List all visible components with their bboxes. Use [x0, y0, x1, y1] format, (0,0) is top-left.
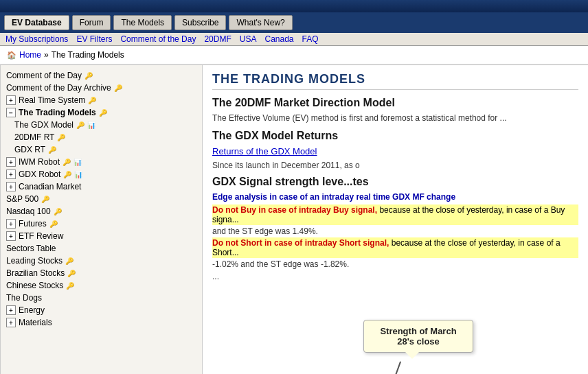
chart-icon: 📊 [74, 171, 82, 178]
sub-faq[interactable]: FAQ [302, 34, 319, 44]
sub-ev-filters[interactable]: EV Filters [76, 34, 112, 44]
breadcrumb-home[interactable]: Home [19, 50, 41, 60]
nav-ev-database[interactable]: EV Database [4, 15, 69, 30]
sidebar-item-comment-archive[interactable]: Comment of the Day Archive 🔑 [1, 82, 202, 94]
lock-icon: 🔑 [41, 196, 49, 203]
sidebar-label: GDX Robot [19, 170, 60, 179]
main-layout: Comment of the Day 🔑 Comment of the Day … [0, 65, 588, 374]
sidebar-item-sp500[interactable]: S&P 500 🔑 [1, 193, 202, 205]
sub-comment-of-day[interactable]: Comment of the Day [120, 34, 196, 44]
sidebar-item-chinese[interactable]: Chinese Stocks 🔑 [1, 279, 202, 292]
sidebar-item-brazilian[interactable]: Brazilian Stocks 🔑 [1, 267, 202, 279]
signal-title: GDX Signal strength leve...tes [212, 176, 578, 188]
line2-text: Do not Short in case of intraday Short s… [212, 238, 389, 248]
sidebar-label: Canadian Market [19, 182, 81, 191]
sidebar-item-trading-models[interactable]: − The Trading Models 🔑 [1, 106, 202, 119]
dots: ... [212, 272, 578, 281]
sub-20dmf[interactable]: 20DMF [204, 34, 231, 44]
nav-whats-new[interactable]: What's New? [229, 15, 292, 30]
sidebar-label: 20DMF RT [14, 132, 54, 142]
line2-highlight: Do not Short in case of intraday Short s… [212, 237, 578, 258]
lock-icon: 🔑 [54, 208, 62, 215]
sidebar-label: Comment of the Day [6, 71, 82, 80]
sidebar-item-realtime[interactable]: + Real Time System 🔑 [1, 94, 202, 106]
sidebar-label: The GDX Model [14, 120, 74, 130]
sidebar-item-20dmf-rt[interactable]: 20DMF RT 🔑 [1, 131, 202, 143]
sidebar-label: IWM Robot [19, 157, 60, 167]
sidebar-item-materials[interactable]: + Materials [1, 316, 202, 329]
home-icon: 🏠 [7, 51, 16, 60]
expand-icon[interactable]: + [6, 305, 16, 315]
breadcrumb-current: The Trading Models [52, 50, 124, 60]
sidebar-item-sectors[interactable]: Sectors Table [1, 242, 202, 255]
sidebar-label: Comment of the Day Archive [6, 83, 111, 93]
expand-icon[interactable]: + [6, 318, 16, 327]
lock-icon: 🔑 [63, 159, 71, 166]
lock-icon: 🔑 [63, 171, 71, 178]
sidebar-item-gdx-rt[interactable]: GDX RT 🔑 [1, 143, 202, 156]
lock-icon: 🔑 [88, 97, 96, 104]
nav-subscribe[interactable]: Subscribe [174, 15, 226, 30]
lock-icon: 🔑 [76, 121, 84, 129]
callout: Strength of March 28's close [363, 320, 473, 353]
lock-icon: 🔑 [57, 134, 65, 141]
chart-icon: 📊 [87, 121, 95, 129]
sidebar-item-comment-day[interactable]: Comment of the Day 🔑 [1, 69, 202, 82]
line1-text: Do not Buy in case of intraday Buy signa… [212, 205, 377, 215]
lock-icon: 🔑 [65, 257, 74, 265]
expand-icon-minus[interactable]: − [6, 108, 16, 117]
sidebar-label: S&P 500 [6, 194, 38, 204]
lock-icon: 🔑 [99, 109, 107, 117]
lock-icon: 🔑 [48, 146, 56, 154]
sidebar-item-etf[interactable]: + ETF Review [1, 230, 202, 242]
content-area: THE TRADING MODELS The 20DMF Market Dire… [203, 65, 588, 374]
section1-title: The 20DMF Market Direction Model [212, 97, 578, 109]
expand-icon[interactable]: + [6, 157, 16, 167]
sidebar-label: The Trading Models [19, 108, 96, 117]
line1-highlight: Do not Buy in case of intraday Buy signa… [212, 204, 578, 225]
callout-arrow [393, 362, 401, 374]
sidebar-item-iwm-robot[interactable]: + IWM Robot 🔑 📊 [1, 156, 202, 168]
sidebar-label: GDX RT [14, 145, 45, 154]
expand-icon[interactable]: + [6, 219, 16, 229]
lock-icon: 🔑 [114, 84, 122, 92]
sidebar-item-canadian[interactable]: + Canadian Market [1, 180, 202, 193]
line1-extra: and the ST edge was 1.49%. [212, 226, 578, 236]
sub-usa[interactable]: USA [240, 34, 257, 44]
sidebar-item-nasdaq[interactable]: Nasdaq 100 🔑 [1, 205, 202, 218]
sidebar-label: The Dogs [6, 293, 42, 303]
sidebar-label: Real Time System [19, 95, 85, 105]
sidebar-item-dogs[interactable]: The Dogs [1, 292, 202, 304]
sidebar: Comment of the Day 🔑 Comment of the Day … [0, 65, 203, 374]
lock-icon: 🔑 [66, 282, 74, 290]
gdx-section: The GDX Model Returns Returns of the GDX… [212, 130, 578, 170]
sidebar-item-energy[interactable]: + Energy [1, 304, 202, 316]
sidebar-item-gdx-model[interactable]: The GDX Model 🔑 📊 [1, 119, 202, 131]
sub-my-subscriptions[interactable]: My Subscriptions [5, 34, 68, 44]
lock-icon: 🔑 [49, 220, 58, 228]
expand-icon[interactable]: + [6, 182, 16, 191]
sidebar-label: Nasdaq 100 [6, 207, 51, 216]
expand-icon[interactable]: + [6, 231, 16, 241]
sidebar-item-leading-stocks[interactable]: Leading Stocks 🔑 [1, 255, 202, 267]
sub-nav: My Subscriptions EV Filters Comment of t… [0, 33, 588, 46]
signal-section: GDX Signal strength leve...tes Edge anal… [212, 176, 578, 281]
sidebar-label: Leading Stocks [6, 256, 63, 266]
section1-text: The Effective Volume (EV) method is firs… [212, 113, 578, 123]
sidebar-label: ETF Review [19, 231, 63, 241]
nav-forum[interactable]: Forum [72, 15, 111, 30]
section2-text: Since its launch in December 2011, as o [212, 161, 578, 170]
expand-icon[interactable]: + [6, 170, 16, 179]
expand-icon[interactable]: + [6, 95, 16, 105]
lock-icon: 🔑 [84, 72, 93, 80]
lock-icon: 🔑 [67, 270, 76, 277]
sub-canada[interactable]: Canada [264, 34, 293, 44]
sidebar-item-futures[interactable]: + Futures 🔑 [1, 218, 202, 230]
sidebar-item-gdx-robot[interactable]: + GDX Robot 🔑 📊 [1, 168, 202, 180]
sidebar-label: Energy [19, 305, 45, 315]
nav-models[interactable]: The Models [113, 15, 172, 30]
page-title: THE TRADING MODELS [212, 72, 578, 90]
section2-title: The GDX Model Returns [212, 130, 578, 142]
chart-icon: 📊 [74, 159, 82, 166]
section2-link[interactable]: Returns of the GDX Model [212, 146, 578, 156]
